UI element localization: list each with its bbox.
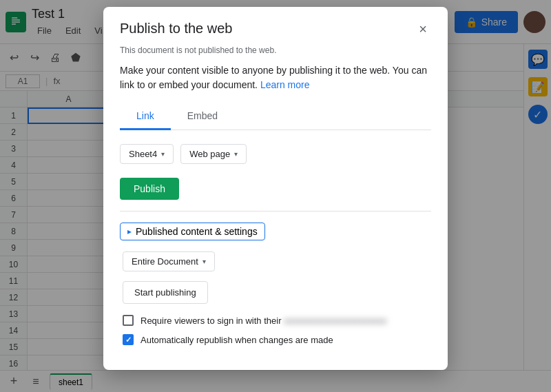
modal-tabs: Link Embed [120,103,431,130]
tab-link[interactable]: Link [120,103,171,130]
sheet-dropdown-arrow-icon: ▾ [161,150,165,158]
section-toggle-label: Published content & settings [136,226,258,237]
start-publishing-button[interactable]: Start publishing [123,281,208,304]
modal-divider [120,211,431,212]
publish-button[interactable]: Publish [120,178,179,200]
tab-embed[interactable]: Embed [171,103,234,130]
modal-header: Publish to the web × [103,7,448,45]
controls-row: Sheet4 ▾ Web page ▾ [120,144,431,164]
document-dropdown-label: Entire Document [132,256,198,267]
checkbox-row-signin: Require viewers to sign in with their xx… [123,315,431,326]
checkbox-republish-label: Automatically republish when changes are… [141,335,333,345]
section-toggle[interactable]: ▸ Published content & settings [120,223,265,240]
format-dropdown-arrow-icon: ▾ [234,150,238,158]
checkbox-signin-label: Require viewers to sign in with their xx… [141,316,387,326]
sheet-dropdown[interactable]: Sheet4 ▾ [120,144,174,164]
checkbox-republish[interactable] [123,334,134,345]
learn-more-link[interactable]: Learn more [260,79,310,90]
modal-close-button[interactable]: × [415,21,431,37]
document-dropdown-arrow-icon: ▾ [202,258,206,265]
modal-body: This document is not published to the we… [103,45,448,370]
section-content: Entire Document ▾ Start publishing Requi… [120,251,431,345]
format-dropdown-label: Web page [189,149,230,159]
checkbox-signin[interactable] [123,315,134,326]
toggle-arrow-icon: ▸ [127,227,132,236]
not-published-text: This document is not published to the we… [120,45,431,55]
description-text: Make your content visible to anyone by p… [120,63,431,92]
checkbox-row-republish: Automatically republish when changes are… [123,334,431,345]
document-dropdown-row: Entire Document ▾ [123,251,431,271]
document-dropdown[interactable]: Entire Document ▾ [123,251,215,271]
format-dropdown[interactable]: Web page ▾ [180,144,247,164]
sheet-dropdown-label: Sheet4 [129,149,157,159]
blurred-text: xxxxxxxxxxxxxxxxxxxxxxx [284,316,387,326]
modal-overlay: Publish to the web × This document is no… [0,0,551,392]
modal-title: Publish to the web [120,21,232,37]
publish-modal: Publish to the web × This document is no… [103,7,448,370]
